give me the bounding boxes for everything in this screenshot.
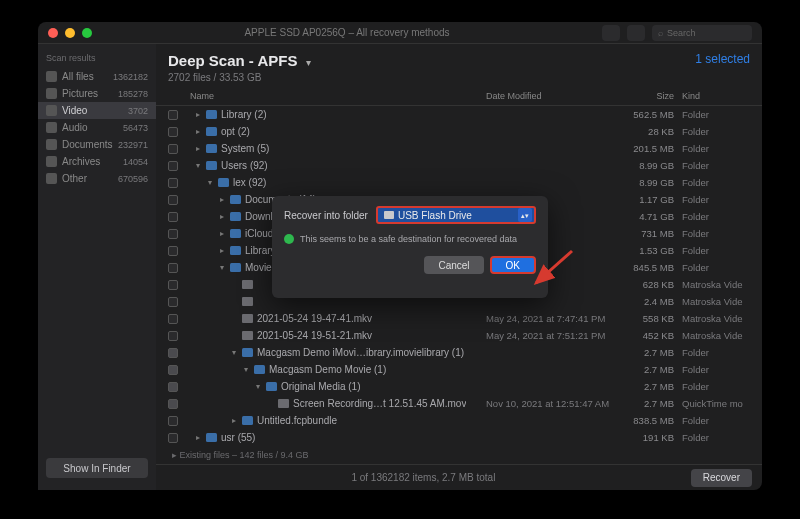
row-checkbox[interactable] bbox=[168, 382, 178, 392]
disclosure-icon[interactable]: ▾ bbox=[242, 365, 250, 374]
row-checkbox[interactable] bbox=[168, 399, 178, 409]
sidebar-item-documents[interactable]: Documents232971 bbox=[38, 136, 156, 153]
category-icon bbox=[46, 139, 57, 150]
file-row[interactable]: 2021-05-24 19-51-21.mkvMay 24, 2021 at 7… bbox=[156, 327, 762, 344]
scan-subtitle: 2702 files / 33.53 GB bbox=[168, 72, 750, 83]
folder-icon bbox=[206, 144, 217, 153]
show-in-finder-button[interactable]: Show In Finder bbox=[46, 458, 148, 478]
column-size[interactable]: Size bbox=[616, 91, 674, 101]
row-checkbox[interactable] bbox=[168, 433, 178, 443]
file-row[interactable]: ▾Users (92)8.99 GBFolder bbox=[156, 157, 762, 174]
row-checkbox[interactable] bbox=[168, 314, 178, 324]
row-checkbox[interactable] bbox=[168, 127, 178, 137]
row-size: 28 KB bbox=[616, 126, 674, 137]
row-kind: Matroska Vide bbox=[674, 296, 754, 307]
destination-value: USB Flash Drive bbox=[398, 210, 472, 221]
disclosure-icon[interactable]: ▾ bbox=[206, 178, 214, 187]
row-checkbox[interactable] bbox=[168, 416, 178, 426]
disclosure-icon[interactable]: ▸ bbox=[230, 416, 238, 425]
column-kind[interactable]: Kind bbox=[674, 91, 754, 101]
disclosure-icon[interactable]: ▸ bbox=[218, 246, 226, 255]
category-icon bbox=[46, 88, 57, 99]
row-checkbox[interactable] bbox=[168, 212, 178, 222]
row-checkbox[interactable] bbox=[168, 178, 178, 188]
disclosure-icon[interactable]: ▸ bbox=[194, 110, 202, 119]
row-checkbox[interactable] bbox=[168, 280, 178, 290]
disclosure-icon[interactable]: ▸ bbox=[218, 212, 226, 221]
sidebar-item-pictures[interactable]: Pictures185278 bbox=[38, 85, 156, 102]
destination-select[interactable]: USB Flash Drive ▴▾ bbox=[376, 206, 536, 224]
folder-icon bbox=[206, 161, 217, 170]
disclosure-icon[interactable]: ▸ bbox=[218, 229, 226, 238]
row-checkbox[interactable] bbox=[168, 348, 178, 358]
toolbar-button[interactable] bbox=[602, 25, 620, 41]
row-kind: Folder bbox=[674, 160, 754, 171]
row-checkbox[interactable] bbox=[168, 246, 178, 256]
maximize-window-button[interactable] bbox=[82, 28, 92, 38]
row-checkbox[interactable] bbox=[168, 195, 178, 205]
row-name: Macgasm Demo Movie (1) bbox=[269, 364, 386, 375]
sidebar-item-archives[interactable]: Archives14054 bbox=[38, 153, 156, 170]
row-name: Screen Recording…t 12.51.45 AM.mov bbox=[293, 398, 466, 409]
disclosure-icon[interactable]: ▾ bbox=[218, 263, 226, 272]
column-name[interactable]: Name bbox=[182, 91, 486, 101]
cancel-button[interactable]: Cancel bbox=[424, 256, 483, 274]
row-checkbox[interactable] bbox=[168, 110, 178, 120]
content-header: Deep Scan - APFS ▾ 1 selected 2702 files… bbox=[156, 44, 762, 87]
checkmark-icon bbox=[284, 234, 294, 244]
file-row[interactable]: ▾Macgasm Demo Movie (1)2.7 MBFolder bbox=[156, 361, 762, 378]
disclosure-icon[interactable]: ▾ bbox=[194, 161, 202, 170]
file-icon bbox=[242, 331, 253, 340]
sidebar-item-audio[interactable]: Audio56473 bbox=[38, 119, 156, 136]
file-row[interactable]: ▸usr (55)191 KBFolder bbox=[156, 429, 762, 446]
file-row[interactable]: 2021-05-24 19-47-41.mkvMay 24, 2021 at 7… bbox=[156, 310, 762, 327]
existing-files-summary[interactable]: ▸ Existing files – 142 files / 9.4 GB bbox=[156, 446, 762, 464]
file-row[interactable]: Screen Recording…t 12.51.45 AM.movNov 10… bbox=[156, 395, 762, 412]
disclosure-icon[interactable]: ▾ bbox=[230, 348, 238, 357]
row-checkbox[interactable] bbox=[168, 161, 178, 171]
recover-button[interactable]: Recover bbox=[691, 469, 752, 487]
disclosure-icon[interactable]: ▸ bbox=[218, 195, 226, 204]
minimize-window-button[interactable] bbox=[65, 28, 75, 38]
file-icon bbox=[242, 314, 253, 323]
ok-button[interactable]: OK bbox=[490, 256, 536, 274]
disclosure-icon[interactable]: ▸ bbox=[194, 144, 202, 153]
file-row[interactable]: ▾lex (92)8.99 GBFolder bbox=[156, 174, 762, 191]
folder-icon bbox=[242, 348, 253, 357]
folder-icon bbox=[206, 127, 217, 136]
sidebar-item-all-files[interactable]: All files1362182 bbox=[38, 68, 156, 85]
row-name: lex (92) bbox=[233, 177, 266, 188]
row-checkbox[interactable] bbox=[168, 229, 178, 239]
window-title: APPLE SSD AP0256Q – All recovery methods bbox=[99, 27, 595, 38]
file-row[interactable]: ▸opt (2)28 KBFolder bbox=[156, 123, 762, 140]
file-row[interactable]: ▸Untitled.fcpbundle838.5 MBFolder bbox=[156, 412, 762, 429]
chevron-down-icon[interactable]: ▾ bbox=[306, 57, 311, 68]
file-row[interactable]: ▸System (5)201.5 MBFolder bbox=[156, 140, 762, 157]
column-date[interactable]: Date Modified bbox=[486, 91, 616, 101]
search-field[interactable]: ⌕ Search bbox=[652, 25, 752, 41]
file-row[interactable]: ▸Library (2)562.5 MBFolder bbox=[156, 106, 762, 123]
file-row[interactable]: ▾Macgasm Demo iMovi…ibrary.imovielibrary… bbox=[156, 344, 762, 361]
sidebar-header: Scan results bbox=[38, 50, 156, 68]
row-checkbox[interactable] bbox=[168, 263, 178, 273]
row-checkbox[interactable] bbox=[168, 331, 178, 341]
folder-icon bbox=[218, 178, 229, 187]
row-kind: Folder bbox=[674, 126, 754, 137]
disclosure-icon[interactable]: ▾ bbox=[254, 382, 262, 391]
status-bar: 1 of 1362182 items, 2.7 MB total Recover bbox=[156, 464, 762, 490]
sidebar-item-video[interactable]: Video3702 bbox=[38, 102, 156, 119]
disclosure-icon[interactable]: ▸ bbox=[194, 127, 202, 136]
row-checkbox[interactable] bbox=[168, 144, 178, 154]
up-down-icon: ▴▾ bbox=[518, 208, 532, 222]
row-size: 731 MB bbox=[616, 228, 674, 239]
sidebar-item-other[interactable]: Other670596 bbox=[38, 170, 156, 187]
close-window-button[interactable] bbox=[48, 28, 58, 38]
disclosure-icon[interactable]: ▸ bbox=[194, 433, 202, 442]
row-date: May 24, 2021 at 7:51:21 PM bbox=[486, 330, 616, 341]
row-checkbox[interactable] bbox=[168, 297, 178, 307]
toolbar-button[interactable] bbox=[627, 25, 645, 41]
file-row[interactable]: ▾Original Media (1)2.7 MBFolder bbox=[156, 378, 762, 395]
row-kind: Matroska Vide bbox=[674, 279, 754, 290]
row-checkbox[interactable] bbox=[168, 365, 178, 375]
row-name: 2021-05-24 19-51-21.mkv bbox=[257, 330, 372, 341]
